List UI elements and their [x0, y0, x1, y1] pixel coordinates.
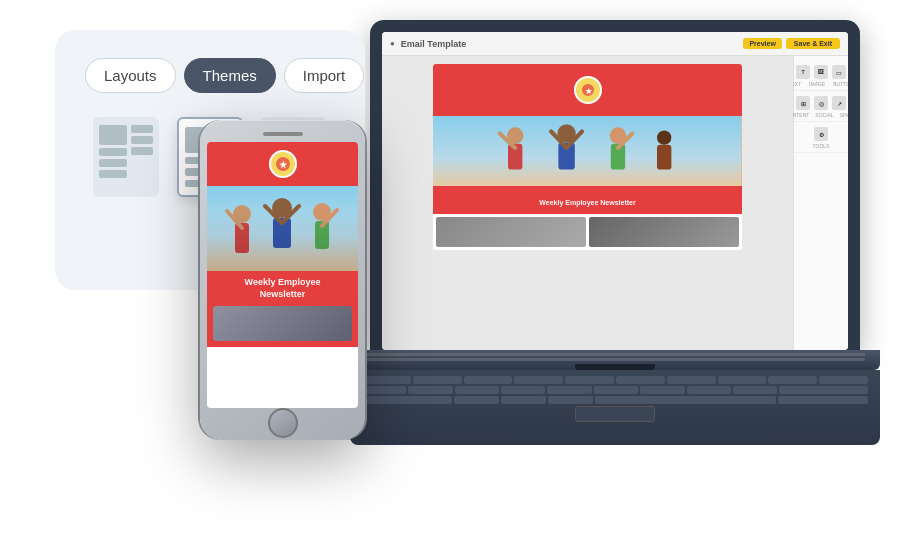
email-newsletter-title: Weekly Employee Newsletter [539, 199, 635, 206]
editor-topbar: ● Email Template Preview Save & Exit [382, 32, 848, 56]
tools-icon[interactable]: ⚙ [814, 127, 828, 141]
sidebar-section-3: ⚙ TOOLS [794, 124, 848, 153]
phone-hero-overlay [207, 186, 358, 271]
share-label: SHARE [840, 112, 848, 118]
svg-rect-4 [433, 116, 741, 186]
email-template: ★ [433, 64, 741, 250]
social-label: SOCIAL [815, 112, 833, 118]
tab-import[interactable]: Import [284, 58, 365, 93]
phone-img-thumb [213, 306, 352, 341]
tools-label: TOOLS [813, 143, 830, 149]
scene: Layouts Themes Import [0, 0, 900, 555]
svg-text:★: ★ [279, 160, 288, 170]
email-title-band: Weekly Employee Newsletter [433, 186, 741, 214]
social-icon[interactable]: ◎ [814, 96, 828, 110]
laptop-screen-outer: ● Email Template Preview Save & Exit [370, 20, 860, 350]
editor-sidebar: T 🖼 ▭ TEXT IMAGE BUTTON [793, 56, 848, 350]
image-icon[interactable]: 🖼 [814, 65, 828, 79]
hero-image [433, 116, 741, 186]
phone: ★ [200, 120, 365, 440]
text-icon[interactable]: T [796, 65, 810, 79]
text-icon-group: T 🖼 ▭ [796, 65, 846, 79]
svg-point-15 [657, 130, 671, 144]
image-label: IMAGE [809, 81, 825, 87]
layout-thumb-1[interactable] [93, 117, 159, 197]
phone-newsletter-band: Weekly EmployeeNewsletter [207, 271, 358, 306]
phone-content [207, 306, 358, 347]
tab-layouts[interactable]: Layouts [85, 58, 176, 93]
share-icon[interactable]: ↗ [832, 96, 846, 110]
editor-title: Email Template [401, 39, 466, 49]
email-thumb-2 [589, 217, 739, 247]
phone-email-header: ★ [207, 142, 358, 186]
preview-button[interactable]: Preview [743, 38, 781, 49]
phone-outer: ★ [200, 120, 365, 440]
email-thumb-1 [436, 217, 586, 247]
tab-bar: Layouts Themes Import [85, 58, 335, 93]
content-icon[interactable]: ⊞ [796, 96, 810, 110]
laptop-screen-inner: ● Email Template Preview Save & Exit [382, 32, 848, 350]
editor-canvas: ★ [382, 56, 793, 350]
email-content-row [433, 214, 741, 250]
sidebar-section-1: T 🖼 ▭ TEXT IMAGE BUTTON [794, 62, 848, 91]
laptop-base [350, 350, 880, 370]
svg-rect-16 [657, 145, 671, 170]
sidebar-section-2: ⊞ ◎ ↗ CONTENT SOCIAL SHARE [794, 93, 848, 122]
content-icon-group: ⊞ ◎ ↗ [796, 96, 846, 110]
email-hero [433, 116, 741, 186]
phone-logo: ★ [269, 150, 297, 178]
phone-screen: ★ [207, 142, 358, 408]
svg-text:★: ★ [584, 87, 592, 96]
laptop-keyboard-area [350, 370, 880, 460]
email-header: ★ [433, 64, 741, 116]
phone-newsletter-title: Weekly EmployeeNewsletter [215, 277, 350, 300]
tab-themes[interactable]: Themes [184, 58, 276, 93]
editor-main: ★ [382, 56, 848, 350]
save-exit-button[interactable]: Save & Exit [786, 38, 840, 49]
tools-icon-group: ⚙ [814, 127, 828, 141]
phone-hero [207, 186, 358, 271]
laptop: ● Email Template Preview Save & Exit [350, 20, 880, 450]
phone-home-button[interactable] [268, 408, 298, 438]
phone-speaker [263, 132, 303, 136]
button-label: BUTTON [833, 81, 848, 87]
email-logo: ★ [574, 76, 602, 104]
button-icon[interactable]: ▭ [832, 65, 846, 79]
